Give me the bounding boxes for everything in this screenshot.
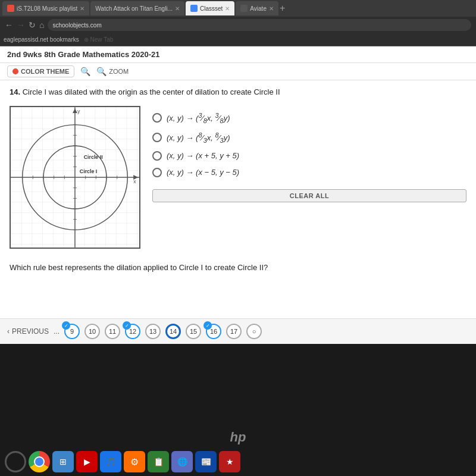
question-text: 14. Circle I was dilated with the origin… — [10, 87, 466, 96]
clear-all-button[interactable]: CLEAR ALL — [152, 189, 466, 202]
color-theme-label: COLOR THEME — [21, 68, 69, 75]
prev-label: PREVIOUS — [12, 327, 49, 336]
taskbar-app-6[interactable]: 🌐 — [171, 451, 193, 472]
zoom-label: ZOOM — [109, 68, 129, 75]
page-btn-11[interactable]: 11 — [105, 324, 120, 339]
taskbar-app-6-icon: 🌐 — [177, 457, 187, 466]
choice-a-text: (x, y) → (3⁄8x, 3⁄8y) — [167, 112, 230, 124]
tab-close-attack[interactable]: ✕ — [175, 5, 180, 12]
choice-b-text: (x, y) → (8⁄3x, 8⁄3y) — [167, 131, 230, 144]
choice-d-text: (x, y) → (x − 5, y − 5) — [167, 168, 239, 177]
prev-arrow: ‹ — [7, 327, 10, 336]
page-btn-12[interactable]: ✓ 12 — [125, 324, 140, 339]
forward-button[interactable]: → — [17, 20, 25, 30]
radio-b[interactable] — [152, 133, 162, 142]
url-bar[interactable]: schoolobjects.com — [48, 19, 471, 31]
browser-chrome: iS.T2L08 Music playlist ✕ Watch Attack o… — [0, 0, 476, 46]
tab-close-aviate[interactable]: ✕ — [269, 5, 274, 12]
page-btn-15[interactable]: 15 — [186, 324, 201, 339]
back-button[interactable]: ← — [5, 20, 13, 30]
chrome-icon[interactable] — [29, 451, 50, 472]
address-bar: ← → ↻ ⌂ schoolobjects.com — [0, 17, 476, 33]
graph-svg: y x — [11, 107, 139, 248]
zoom-in-button[interactable]: 🔍 ZOOM — [96, 67, 129, 76]
previous-button[interactable]: ‹ PREVIOUS — [7, 327, 49, 336]
page-btn-13[interactable]: 13 — [145, 324, 161, 339]
graph-container: y x — [10, 106, 140, 249]
taskbar-app-2[interactable]: ▶ — [76, 451, 98, 472]
tab-attack[interactable]: Watch Attack on Titan Engli... ✕ — [90, 1, 184, 15]
taskbar-app-2-icon: ▶ — [84, 457, 90, 466]
home-button[interactable]: ⌂ — [39, 20, 44, 30]
page-btn-14[interactable]: 14 — [165, 324, 181, 339]
taskbar-app-7[interactable]: 📰 — [195, 451, 217, 472]
tab-music[interactable]: iS.T2L08 Music playlist ✕ — [2, 1, 89, 15]
taskbar-app-3[interactable]: 🎵 — [100, 451, 121, 472]
taskbar-app-3-icon: 🎵 — [106, 457, 116, 466]
choice-d[interactable]: (x, y) → (x − 5, y − 5) — [152, 168, 466, 177]
page-title: 2nd 9wks 8th Grade Mathematics 2020-21 — [7, 50, 160, 59]
question-area: 14. Circle I was dilated with the origin… — [0, 80, 476, 318]
new-tab-bookmark[interactable]: ⊕ New Tab — [84, 36, 114, 43]
circle2-label: Circle II — [84, 154, 103, 160]
svg-text:y: y — [77, 108, 80, 114]
choice-c-text: (x, y) → (x + 5, y + 5) — [167, 151, 239, 160]
page-btn-more[interactable]: ○ — [246, 324, 262, 339]
check-icon-9: ✓ — [62, 321, 70, 330]
page-btn-17[interactable]: 17 — [226, 324, 242, 339]
taskbar-circle-button[interactable] — [5, 451, 26, 472]
tab-bar: iS.T2L08 Music playlist ✕ Watch Attack o… — [0, 0, 476, 17]
tab-aviate[interactable]: Aviate ✕ — [236, 1, 278, 15]
page-btn-10[interactable]: 10 — [84, 324, 100, 339]
website-content: 2nd 9wks 8th Grade Mathematics 2020-21 C… — [0, 46, 476, 344]
tab-classset[interactable]: Classset ✕ — [186, 1, 234, 15]
tab-close-classset[interactable]: ✕ — [225, 5, 230, 12]
zoom-out-button[interactable]: 🔍 — [80, 67, 90, 76]
radio-c[interactable] — [152, 151, 162, 161]
tab-favicon-classset — [190, 5, 198, 12]
question-number: 14. — [10, 87, 20, 96]
toolbar: COLOR THEME 🔍 🔍 ZOOM — [0, 63, 476, 80]
radio-a[interactable] — [152, 113, 162, 123]
clear-all-label: CLEAR ALL — [290, 192, 329, 199]
radio-d[interactable] — [152, 168, 162, 177]
choice-a[interactable]: (x, y) → (3⁄8x, 3⁄8y) — [152, 112, 466, 124]
zoom-out-icon: 🔍 — [80, 67, 90, 76]
taskbar: ⊞ ▶ 🎵 ⚙ 📋 🌐 📰 ★ — [0, 447, 476, 476]
choice-c[interactable]: (x, y) → (x + 5, y + 5) — [152, 151, 466, 161]
url-text: schoolobjects.com — [52, 22, 101, 29]
nav-dots: ... — [54, 327, 60, 336]
hp-logo: hp — [230, 430, 246, 445]
site-header: 2nd 9wks 8th Grade Mathematics 2020-21 — [0, 46, 476, 63]
sub-question-text: Which rule best represents the dilation … — [10, 263, 268, 272]
taskbar-app-5[interactable]: 📋 — [148, 451, 169, 472]
sub-question: Which rule best represents the dilation … — [10, 257, 466, 272]
tab-label-classset: Classset — [200, 5, 223, 12]
check-icon-12: ✓ — [123, 321, 131, 330]
hp-logo-text: hp — [230, 430, 246, 444]
question-body: y x — [10, 106, 466, 249]
tab-close-music[interactable]: ✕ — [80, 5, 84, 12]
taskbar-app-4[interactable]: ⚙ — [124, 451, 145, 472]
taskbar-app-4-icon: ⚙ — [130, 456, 139, 468]
tab-label-aviate: Aviate — [250, 5, 267, 12]
new-tab-label: New Tab — [90, 36, 114, 43]
taskbar-app-8-icon: ★ — [226, 457, 234, 466]
reload-button[interactable]: ↻ — [29, 20, 36, 30]
choice-b[interactable]: (x, y) → (8⁄3x, 8⁄3y) — [152, 131, 466, 144]
taskbar-app-5-icon: 📋 — [154, 457, 164, 466]
answer-choices: (x, y) → (3⁄8x, 3⁄8y) (x, y) → (8⁄3x, 8⁄… — [152, 106, 466, 202]
tab-favicon-music — [7, 5, 14, 12]
circle1-label: Circle I — [80, 168, 97, 174]
taskbar-app-7-icon: 📰 — [201, 457, 211, 466]
question-content: Circle I was dilated with the origin as … — [23, 87, 280, 96]
tab-label-attack: Watch Attack on Titan Engli... — [95, 5, 173, 12]
new-tab-button[interactable]: + — [280, 3, 285, 14]
page-btn-9[interactable]: ✓ 9 — [64, 324, 80, 339]
page-btn-16[interactable]: ✓ 16 — [206, 324, 221, 339]
check-icon-16: ✓ — [203, 321, 212, 330]
taskbar-app-8[interactable]: ★ — [219, 451, 240, 472]
bookmark-1[interactable]: eaglepassisd.net bookmarks — [4, 36, 79, 43]
taskbar-app-1[interactable]: ⊞ — [52, 451, 74, 472]
color-theme-button[interactable]: COLOR THEME — [7, 65, 74, 77]
